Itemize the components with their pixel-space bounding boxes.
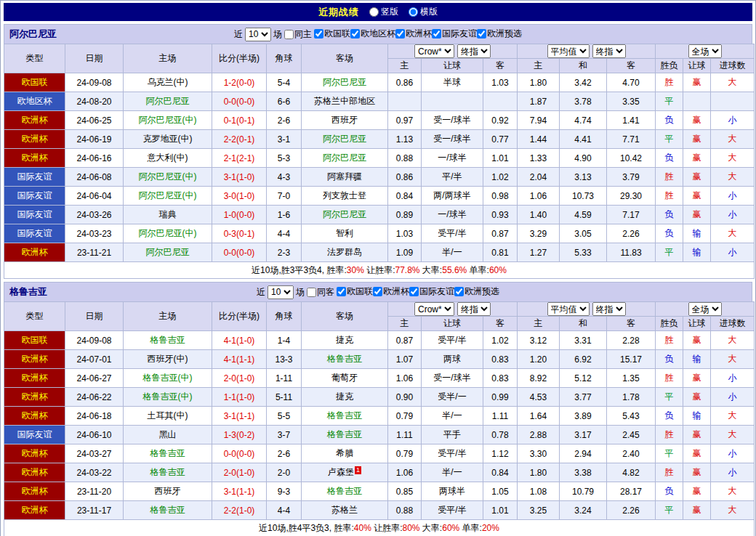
odds-company-select[interactable]: Crow*	[414, 302, 454, 316]
matches-table: 类型 日期 主场 比分(半场) 角球 客场 Crow*终指 平均值终指 全场	[4, 301, 755, 536]
match-score[interactable]: 2-0(1-0)	[212, 463, 267, 482]
league-checkbox[interactable]	[350, 29, 360, 38]
match-date: 24-09-08	[65, 73, 124, 92]
match-row: 欧国联24-09-08格鲁吉亚4-1(1-0)1-4捷克0.87受平/半1.02…	[4, 331, 755, 350]
match-score[interactable]: 2-2(0-1)	[212, 130, 267, 149]
league-checkbox[interactable]	[337, 287, 346, 296]
match-score[interactable]: 3-1(1-1)	[212, 407, 267, 426]
league-filter[interactable]: 欧洲杯	[395, 28, 432, 40]
euro-home-odds: 2.04	[518, 168, 560, 187]
league-checkbox[interactable]	[409, 287, 419, 296]
match-score[interactable]: 3-1(1-0)	[212, 168, 267, 187]
league-checkbox[interactable]	[373, 287, 382, 296]
corner-score: 2-6	[267, 444, 302, 463]
games-label: 场	[273, 28, 282, 41]
asian-away-odds	[483, 92, 518, 111]
scope-select[interactable]: 全场	[688, 44, 722, 58]
euro-home-odds: 3.25	[518, 501, 560, 520]
match-score[interactable]: 0-1(0-1)	[212, 111, 267, 130]
league-filter[interactable]: 欧国联	[314, 28, 350, 40]
match-score[interactable]: 0-3(0-1)	[212, 224, 267, 243]
handicap-result: 赢	[683, 426, 711, 444]
match-score[interactable]: 1-2(0-0)	[212, 73, 267, 92]
league-filter[interactable]: 欧洲预选	[454, 285, 499, 298]
same-venue-checkbox[interactable]	[284, 30, 294, 39]
league-filter[interactable]: 欧洲杯	[373, 285, 409, 298]
match-score[interactable]: 2-2(1-0)	[212, 501, 267, 520]
same-venue-filter[interactable]: 同客	[307, 286, 334, 299]
match-score[interactable]: 4-1(1-1)	[212, 350, 267, 369]
away-team: 列支敦士登	[302, 187, 388, 206]
match-date: 24-03-22	[65, 463, 124, 482]
col-asian-away: 客	[483, 59, 518, 73]
odds-company-select[interactable]: Crow*	[414, 44, 454, 58]
match-score[interactable]: 2-0(1-0)	[212, 369, 267, 388]
match-row: 欧国联24-09-08乌克兰(中)1-2(0-0)5-4阿尔巴尼亚0.86半球1…	[4, 73, 755, 92]
euro-home-odds: 1.44	[518, 130, 560, 149]
match-result: 胜	[656, 73, 683, 92]
match-score[interactable]: 3-0(1-0)	[212, 187, 267, 206]
league-checkbox[interactable]	[477, 29, 486, 38]
match-score[interactable]: 3-1(1-1)	[212, 482, 267, 501]
league-filter[interactable]: 国际友谊	[409, 285, 454, 298]
handicap-result: 输	[683, 243, 711, 262]
euro-final-select[interactable]: 终指	[592, 44, 626, 58]
league-checkbox[interactable]	[454, 287, 464, 296]
match-score[interactable]: 0-0(0-0)	[212, 92, 267, 111]
match-count-select[interactable]: 10	[245, 28, 271, 41]
match-type: 欧洲杯	[4, 463, 65, 482]
goals-result: 大	[711, 331, 755, 350]
euro-away-odds: 3.79	[607, 168, 656, 187]
match-score[interactable]: 0-0(0-0)	[212, 444, 267, 463]
match-row: 欧洲杯24-06-16意大利(中)2-1(2-1)5-3阿尔巴尼亚0.88一/球…	[4, 149, 755, 168]
layout-option-horizontal[interactable]: 横版	[409, 6, 438, 18]
away-team: 阿尔巴尼亚	[302, 73, 388, 92]
asian-final-select[interactable]: 终指	[457, 44, 491, 58]
match-score[interactable]: 4-1(1-0)	[212, 331, 267, 350]
euro-final-select[interactable]: 终指	[592, 302, 626, 316]
home-team: 格鲁吉亚	[124, 331, 212, 350]
vertical-layout-radio[interactable]	[369, 7, 379, 17]
euro-avg-select[interactable]: 平均值	[547, 44, 590, 58]
league-filter[interactable]: 国际友谊	[432, 28, 477, 40]
match-result: 负	[656, 407, 683, 426]
asian-away-odds: 0.77	[483, 130, 518, 149]
goals-result: 大	[711, 224, 755, 243]
asian-odds-group: Crow*终指	[388, 44, 518, 59]
same-venue-filter[interactable]: 同主	[284, 28, 312, 41]
handicap-result: 赢	[683, 388, 711, 407]
match-score[interactable]: 1-3(0-2)	[212, 426, 267, 444]
league-filter[interactable]: 欧洲预选	[477, 28, 522, 40]
match-score[interactable]: 1-1(1-0)	[212, 388, 267, 407]
same-venue-checkbox[interactable]	[307, 288, 316, 297]
league-filter[interactable]: 欧国联	[337, 285, 373, 298]
league-checkbox[interactable]	[432, 29, 441, 38]
home-team-name: 黑山	[159, 429, 177, 439]
euro-avg-select[interactable]: 平均值	[547, 302, 590, 316]
layout-option-vertical[interactable]: 竖版	[369, 6, 398, 18]
home-team: 黑山	[124, 426, 212, 444]
asian-home-odds: 1.11	[388, 426, 422, 444]
horizontal-layout-radio[interactable]	[409, 7, 418, 17]
scope-select[interactable]: 全场	[688, 302, 722, 316]
euro-draw-odds: 2.94	[560, 444, 607, 463]
league-checkbox[interactable]	[395, 29, 405, 38]
match-row: 国际友谊24-03-23阿尔巴尼亚(中)0-3(0-1)4-4智利1.03受平/…	[4, 224, 755, 243]
asian-home-odds	[388, 92, 422, 111]
match-score[interactable]: 0-0(0-0)	[212, 243, 267, 262]
away-team: 阿塞拜疆	[302, 168, 388, 187]
asian-home-odds: 0.88	[388, 149, 422, 168]
match-score[interactable]: 2-1(2-1)	[212, 149, 267, 168]
corner-score: 5-4	[267, 73, 302, 92]
match-score[interactable]: 1-0(0-0)	[212, 206, 267, 224]
league-filter[interactable]: 欧地区杯	[350, 28, 395, 40]
match-count-select[interactable]: 10	[268, 285, 294, 299]
asian-handicap: 受一/球半	[422, 130, 483, 149]
asian-home-odds: 0.97	[388, 111, 422, 130]
match-date: 23-11-20	[65, 482, 124, 501]
away-team: 阿尔巴尼亚	[302, 206, 388, 224]
league-checkbox[interactable]	[314, 29, 323, 38]
asian-home-odds: 0.84	[388, 187, 422, 206]
asian-final-select[interactable]: 终指	[457, 302, 491, 316]
summary-text: 20%	[482, 523, 499, 533]
